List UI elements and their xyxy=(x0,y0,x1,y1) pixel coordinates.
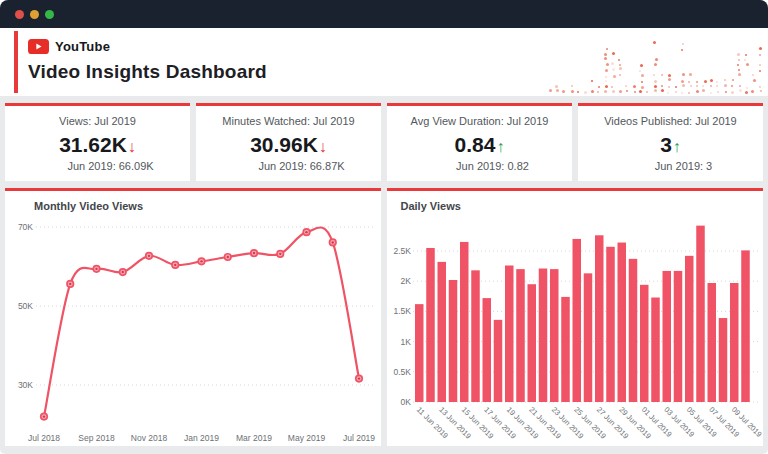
bar[interactable] xyxy=(628,259,637,402)
dashboard-header: YouTube Video Insights Dashboard xyxy=(0,28,768,96)
kpi-value: 30.96K xyxy=(250,133,318,156)
line-marker[interactable] xyxy=(40,413,48,421)
bar[interactable] xyxy=(640,285,649,402)
y-axis-tick-label: 30K xyxy=(18,380,33,390)
monthly-views-line xyxy=(44,227,359,416)
kpi-row: Views: Jul 2019 31.62K↓ Jun 2019: 66.09K… xyxy=(0,96,768,181)
bar[interactable] xyxy=(651,298,660,402)
kpi-subvalue: Jun 2019: 66.09K xyxy=(18,160,203,172)
bar[interactable] xyxy=(595,235,604,402)
kpi-subvalue: Jun 2019: 66.87K xyxy=(209,160,394,172)
bar[interactable] xyxy=(617,243,626,402)
brand-row: YouTube xyxy=(28,39,110,54)
line-marker[interactable] xyxy=(92,265,100,273)
bar[interactable] xyxy=(561,297,570,402)
bar[interactable] xyxy=(583,273,592,402)
kpi-value-row: 30.96K↓ xyxy=(196,134,381,158)
window-titlebar xyxy=(0,0,768,28)
kpi-card-minutes-watched: Minutes Watched: Jul 2019 30.96K↓ Jun 20… xyxy=(196,103,381,181)
kpi-value: 31.62K xyxy=(59,133,127,156)
y-axis-tick-label: 70K xyxy=(18,222,33,232)
x-axis-tick-label: Jul 2019 xyxy=(343,433,375,443)
kpi-value-row: 31.62K↓ xyxy=(5,134,190,158)
kpi-value: 3 xyxy=(660,133,672,156)
line-marker[interactable] xyxy=(119,268,127,276)
line-marker[interactable] xyxy=(171,261,179,269)
kpi-subvalue: Jun 2019: 0.82 xyxy=(400,160,585,172)
line-marker[interactable] xyxy=(276,250,284,258)
y-axis-tick-label: 2K xyxy=(400,276,411,286)
kpi-title: Minutes Watched: Jul 2019 xyxy=(196,115,381,127)
kpi-card-avg-view-duration: Avg View Duration: Jul 2019 0.84↑ Jun 20… xyxy=(387,103,572,181)
line-marker[interactable] xyxy=(197,257,205,265)
kpi-value-row: 3↑ xyxy=(578,134,763,158)
y-axis-tick-label: 2.5K xyxy=(393,246,411,256)
kpi-subvalue: Jun 2019: 3 xyxy=(591,160,768,172)
bar[interactable] xyxy=(673,271,682,402)
bar[interactable] xyxy=(471,270,480,402)
bar[interactable] xyxy=(505,266,514,403)
y-axis-tick-label: 1K xyxy=(400,337,411,347)
bar[interactable] xyxy=(426,248,435,402)
bar[interactable] xyxy=(696,226,705,402)
trend-down-icon: ↓ xyxy=(128,138,136,155)
line-marker[interactable] xyxy=(250,249,258,257)
charts-row: Monthly Video Views 70K50K30KJul 2018Sep… xyxy=(0,181,768,446)
trend-down-icon: ↓ xyxy=(319,138,327,155)
bar[interactable] xyxy=(550,269,559,402)
zoom-window-button[interactable] xyxy=(45,10,54,19)
kpi-title: Views: Jul 2019 xyxy=(5,115,190,127)
kpi-card-videos-published: Videos Published: Jul 2019 3↑ Jun 2019: … xyxy=(578,103,763,181)
daily-views-panel: Daily Views 2.5K2K1.5K1K0.5K0K11 Jun 201… xyxy=(387,188,764,446)
bar[interactable] xyxy=(437,262,446,402)
y-axis-tick-label: 0.5K xyxy=(393,367,411,377)
bar[interactable] xyxy=(538,269,547,402)
bar[interactable] xyxy=(662,271,671,402)
kpi-card-views: Views: Jul 2019 31.62K↓ Jun 2019: 66.09K xyxy=(5,103,190,181)
line-marker[interactable] xyxy=(66,280,74,288)
page-title: Video Insights Dashboard xyxy=(28,61,267,83)
decorative-dot-pattern xyxy=(549,32,764,94)
bar[interactable] xyxy=(460,242,469,402)
bar[interactable] xyxy=(685,256,694,402)
youtube-logo-icon xyxy=(28,39,49,54)
bar[interactable] xyxy=(718,318,727,402)
kpi-value: 0.84 xyxy=(455,133,496,156)
line-marker[interactable] xyxy=(302,228,310,236)
bar[interactable] xyxy=(527,284,536,402)
x-axis-tick-label: Mar 2019 xyxy=(236,433,272,443)
bar[interactable] xyxy=(741,250,750,402)
minimize-window-button[interactable] xyxy=(30,10,39,19)
line-marker[interactable] xyxy=(145,252,153,260)
trend-up-icon: ↑ xyxy=(673,138,681,155)
line-marker[interactable] xyxy=(355,375,363,383)
bar[interactable] xyxy=(482,298,491,402)
bar[interactable] xyxy=(516,269,525,402)
y-axis-tick-label: 0K xyxy=(400,397,411,407)
bar[interactable] xyxy=(606,247,615,402)
line-marker[interactable] xyxy=(329,238,337,246)
y-axis-tick-label: 50K xyxy=(18,301,33,311)
x-axis-tick-label: Jan 2019 xyxy=(184,433,219,443)
header-accent-stripe xyxy=(14,31,18,93)
bar[interactable] xyxy=(707,283,716,402)
x-axis-tick-label: Nov 2018 xyxy=(131,433,168,443)
bar[interactable] xyxy=(415,304,424,402)
brand-label: YouTube xyxy=(55,39,110,54)
bar[interactable] xyxy=(493,320,502,402)
line-marker[interactable] xyxy=(224,253,232,261)
app-window: YouTube Video Insights Dashboard Views: … xyxy=(0,0,768,454)
kpi-title: Avg View Duration: Jul 2019 xyxy=(387,115,572,127)
close-window-button[interactable] xyxy=(15,10,24,19)
x-axis-tick-label: May 2019 xyxy=(288,433,326,443)
kpi-title: Videos Published: Jul 2019 xyxy=(578,115,763,127)
bar[interactable] xyxy=(572,239,581,402)
x-axis-tick-label: Jul 2018 xyxy=(28,433,60,443)
y-axis-tick-label: 1.5K xyxy=(393,306,411,316)
bar[interactable] xyxy=(730,283,739,402)
bar[interactable] xyxy=(448,280,457,402)
kpi-value-row: 0.84↑ xyxy=(387,134,572,158)
monthly-views-panel: Monthly Video Views 70K50K30KJul 2018Sep… xyxy=(5,188,381,446)
x-axis-tick-label: Sep 2018 xyxy=(78,433,115,443)
trend-up-icon: ↑ xyxy=(496,138,504,155)
